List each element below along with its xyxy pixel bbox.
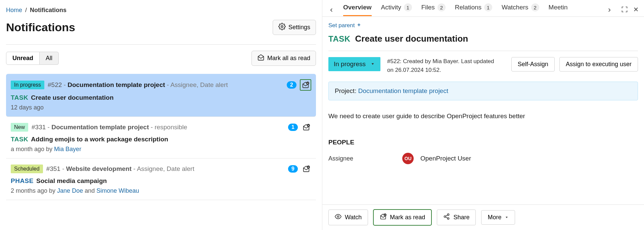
breadcrumb: Home / Notifications: [6, 7, 316, 14]
mark-all-read-button[interactable]: Mark all as read: [251, 51, 316, 66]
svg-line-15: [446, 215, 448, 216]
description[interactable]: We need to create user guide to describe…: [328, 112, 638, 120]
mark-read-button[interactable]: Mark as read: [373, 210, 431, 225]
wp-type-label: PHASE: [11, 177, 34, 185]
status-chip: Scheduled: [11, 165, 43, 173]
svg-point-11: [448, 214, 449, 216]
svg-point-9: [337, 216, 339, 218]
created-info: #522: Created by Mia Bayer. Last updated…: [387, 57, 501, 74]
watch-label: Watch: [345, 214, 362, 221]
notification-time: 2 months ago by Jane Doe and Simone Wibe…: [11, 187, 311, 194]
tab-meetin[interactable]: Meetin: [549, 4, 568, 16]
set-parent-label: Set parent: [328, 22, 355, 29]
tab-count: 1: [484, 3, 492, 11]
user-link[interactable]: Jane Doe: [57, 187, 83, 194]
wp-title: Adding emojis to a work package descript…: [31, 136, 168, 143]
tab-count: 1: [404, 3, 412, 11]
self-assign-button[interactable]: Self-Assign: [511, 57, 555, 72]
svg-line-14: [446, 217, 448, 218]
svg-point-13: [448, 218, 449, 219]
tabs: OverviewActivity1Files2Relations1Watcher…: [343, 3, 598, 16]
people-heading: PEOPLE: [328, 139, 638, 146]
tab-overview[interactable]: Overview: [343, 4, 372, 16]
assignee-name[interactable]: OpenProject User: [420, 155, 471, 162]
notification-item[interactable]: Scheduled#351 - Website development - As…: [6, 158, 316, 200]
gear-icon: [278, 23, 286, 32]
tab-label: Relations: [455, 4, 481, 11]
user-link[interactable]: Mia Bayer: [54, 146, 81, 152]
watch-button[interactable]: Watch: [328, 210, 368, 225]
status-label: In progress: [334, 60, 366, 68]
tabs-prev-button[interactable]: [327, 6, 336, 14]
wp-title[interactable]: Create user documentation: [355, 34, 468, 44]
count-badge: 1: [288, 124, 298, 131]
tab-activity[interactable]: Activity1: [381, 3, 412, 16]
share-label: Share: [453, 214, 469, 221]
notification-item[interactable]: In progress#522 - Documentation template…: [6, 74, 316, 117]
status-chip: In progress: [11, 81, 44, 89]
assign-executing-button[interactable]: Assign to executing user: [559, 57, 638, 72]
footer-bar: Watch Mark as read Share More: [322, 204, 644, 230]
divider: [6, 44, 316, 45]
settings-button[interactable]: Settings: [273, 20, 316, 35]
user-link[interactable]: Simone Wibeau: [96, 187, 139, 194]
status-chip: New: [11, 123, 28, 132]
more-button[interactable]: More: [481, 210, 515, 225]
notification-meta: #522 - Documentation template project - …: [48, 81, 228, 89]
notification-meta: #331 - Documentation template project - …: [32, 124, 187, 131]
mark-read-icon[interactable]: [301, 164, 311, 174]
tabs-row: OverviewActivity1Files2Relations1Watcher…: [322, 0, 644, 17]
divider: [328, 51, 638, 51]
breadcrumb-current: Notifications: [30, 7, 66, 13]
svg-marker-8: [372, 63, 374, 65]
tab-label: Meetin: [549, 4, 568, 11]
plus-icon: [357, 22, 361, 29]
tab-watchers[interactable]: Watchers2: [502, 3, 539, 16]
tabs-next-button[interactable]: [605, 6, 614, 14]
status-dropdown[interactable]: In progress: [328, 57, 380, 71]
svg-marker-16: [506, 217, 508, 218]
filter-all[interactable]: All: [40, 52, 59, 65]
count-badge: 9: [288, 165, 298, 173]
share-button[interactable]: Share: [437, 210, 476, 225]
tab-count: 2: [531, 3, 539, 11]
svg-point-12: [444, 216, 446, 218]
mark-read-icon[interactable]: [301, 122, 311, 132]
tab-files[interactable]: Files2: [421, 3, 446, 16]
assignee-label: Assignee: [328, 155, 396, 162]
avatar[interactable]: OU: [402, 153, 414, 164]
caret-down-icon: [505, 214, 509, 221]
fullscreen-icon[interactable]: [621, 6, 628, 14]
filter-segmented: Unread All: [6, 52, 59, 65]
wp-title: Social media campaign: [36, 177, 107, 185]
mark-read-icon[interactable]: [300, 79, 311, 91]
wp-title: Create user documentation: [31, 94, 113, 101]
tab-relations[interactable]: Relations1: [455, 3, 492, 16]
close-icon[interactable]: [633, 6, 639, 14]
set-parent-link[interactable]: Set parent: [328, 22, 361, 29]
mark-read-label: Mark as read: [390, 214, 425, 221]
eye-icon: [335, 213, 341, 222]
wp-type: TASK: [328, 34, 351, 44]
svg-point-0: [281, 26, 283, 28]
wp-type-label: TASK: [11, 136, 28, 143]
tab-label: Watchers: [502, 4, 528, 11]
caret-down-icon: [370, 60, 375, 68]
tab-label: Overview: [343, 4, 372, 11]
more-label: More: [488, 214, 501, 221]
notification-time: 12 days ago: [11, 104, 311, 111]
filter-unread[interactable]: Unread: [6, 52, 40, 65]
project-box: Project: Documentation template project: [328, 82, 638, 100]
count-badge: 2: [287, 81, 296, 89]
project-label: Project:: [335, 87, 358, 94]
project-link[interactable]: Documentation template project: [358, 87, 448, 94]
notification-item[interactable]: New#331 - Documentation template project…: [6, 117, 316, 158]
tab-label: Files: [421, 4, 435, 11]
notification-time: a month ago by Mia Bayer: [11, 146, 311, 153]
envelope-check-icon: [380, 213, 386, 222]
share-icon: [443, 213, 450, 222]
envelope-open-icon: [257, 54, 265, 63]
breadcrumb-home[interactable]: Home: [6, 7, 22, 13]
tab-label: Activity: [381, 4, 401, 11]
wp-type-label: TASK: [11, 94, 28, 101]
